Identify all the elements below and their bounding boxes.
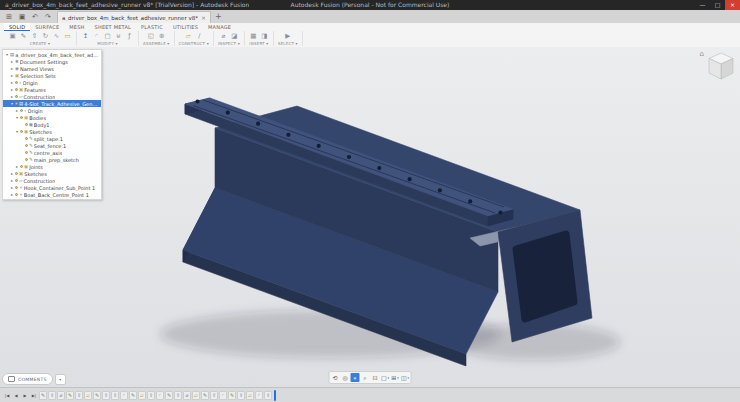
timeline-feature-7[interactable]: ✎ xyxy=(93,391,101,400)
timeline-feature-18[interactable]: ▱ xyxy=(192,391,200,400)
browser-item[interactable]: ▸⌖Origin xyxy=(3,79,101,86)
ribbon-group-label[interactable]: CONSTRUCT ▾ xyxy=(179,41,209,46)
new-component-icon[interactable]: ▣ xyxy=(8,31,17,40)
timeline-feature-21[interactable]: ◜ xyxy=(219,391,227,400)
application-grid-icon[interactable]: ⊞ xyxy=(4,12,14,22)
chevron-down-icon[interactable]: ▾ xyxy=(5,52,9,57)
browser-item[interactable]: ▾▤4-Slot_Track_Adhesive_Generator:1 xyxy=(3,100,101,107)
new-tab-button[interactable]: + xyxy=(215,10,222,23)
shell-icon[interactable]: ▢ xyxy=(103,31,112,40)
assemble-component-icon[interactable]: ◱ xyxy=(146,31,155,40)
ribbon-group-label[interactable]: INSERT ▾ xyxy=(249,41,268,46)
timeline-feature-24[interactable]: ▱ xyxy=(246,391,254,400)
browser-item[interactable]: ▾▤a_driver_box_4m_back_feet_adh… xyxy=(3,51,101,58)
step-back-icon[interactable]: ◀ xyxy=(12,393,20,398)
browser-item[interactable]: ✎Seat_fence:1 xyxy=(3,142,101,149)
chevron-right-icon[interactable]: ▸ xyxy=(10,80,14,85)
visibility-bulb-icon[interactable] xyxy=(25,151,28,154)
visibility-bulb-icon[interactable] xyxy=(15,81,18,84)
axis-icon[interactable]: ∕ xyxy=(195,31,204,40)
browser-item[interactable]: ▸▱Construction xyxy=(3,177,101,184)
chevron-right-icon[interactable]: ▸ xyxy=(10,192,14,197)
ribbon-tab-utilities[interactable]: UTILITIES xyxy=(168,23,203,31)
ribbon-tab-solid[interactable]: SOLID xyxy=(4,23,30,31)
pan-icon[interactable]: ⌖ xyxy=(351,373,360,382)
chevron-right-icon[interactable]: ▸ xyxy=(10,178,14,183)
combine-icon[interactable]: ⊎ xyxy=(114,31,123,40)
timeline-feature-6[interactable]: ▱ xyxy=(84,391,92,400)
timeline-feature-10[interactable]: ◜ xyxy=(120,391,128,400)
viewports-icon[interactable]: ◫▾ xyxy=(401,373,410,382)
redo-icon[interactable]: ↷ xyxy=(43,12,53,22)
zoom-icon[interactable]: ⌕ xyxy=(361,373,370,382)
timeline-feature-4[interactable]: ✎ xyxy=(66,391,74,400)
timeline-feature-13[interactable]: ⇧ xyxy=(147,391,155,400)
visibility-bulb-icon[interactable] xyxy=(15,179,18,182)
timeline-feature-25[interactable]: ◜ xyxy=(255,391,263,400)
browser-item[interactable]: ◼Body1 xyxy=(3,121,101,128)
fillet-icon[interactable]: ◜ xyxy=(92,31,101,40)
browser-item[interactable]: ▸✱Document Settings xyxy=(3,58,101,65)
browser-item[interactable]: ✎main_prep_sketch xyxy=(3,156,101,163)
look-at-icon[interactable]: ◎ xyxy=(341,373,350,382)
ribbon-tab-mesh[interactable]: MESH xyxy=(64,23,89,31)
visibility-bulb-icon[interactable] xyxy=(20,109,23,112)
timeline-feature-26[interactable]: ⇧ xyxy=(264,391,272,400)
visibility-bulb-icon[interactable] xyxy=(25,144,28,147)
viewcube-cube[interactable] xyxy=(706,50,736,84)
ribbon-tab-sheet-metal[interactable]: SHEET METAL xyxy=(90,23,136,31)
timeline-marker[interactable] xyxy=(274,390,276,401)
orbit-icon[interactable]: ⟲ xyxy=(331,373,340,382)
timeline-feature-17[interactable]: ⌀ xyxy=(183,391,191,400)
chevron-right-icon[interactable]: ▸ xyxy=(15,164,19,169)
timeline-feature-2[interactable]: ⇧ xyxy=(48,391,56,400)
ribbon-group-label[interactable]: INSPECT ▾ xyxy=(218,41,240,46)
visibility-bulb-icon[interactable] xyxy=(15,88,18,91)
chevron-right-icon[interactable]: ▸ xyxy=(10,59,14,64)
go-to-start-icon[interactable]: |◀ xyxy=(3,393,11,398)
timeline-feature-23[interactable]: ⇧ xyxy=(237,391,245,400)
visibility-bulb-icon[interactable] xyxy=(25,137,28,140)
visibility-bulb-icon[interactable] xyxy=(15,186,18,189)
undo-icon[interactable]: ↶ xyxy=(30,12,40,22)
ribbon-group-label[interactable]: MODIFY ▾ xyxy=(97,41,117,46)
save-icon[interactable]: ▣ xyxy=(17,12,27,22)
timeline-feature-9[interactable]: ⇧ xyxy=(111,391,119,400)
timeline-feature-20[interactable]: ⇧ xyxy=(210,391,218,400)
timeline-feature-3[interactable]: ⌀ xyxy=(57,391,65,400)
extrude-icon[interactable]: ⇧ xyxy=(30,31,39,40)
chevron-down-icon[interactable]: ▾ xyxy=(15,129,19,134)
press-pull-icon[interactable]: ↥ xyxy=(81,31,90,40)
chevron-right-icon[interactable]: ▸ xyxy=(10,171,14,176)
viewport-canvas[interactable] xyxy=(0,47,740,388)
timeline-feature-19[interactable]: ✎ xyxy=(201,391,209,400)
go-to-end-icon[interactable]: ▶| xyxy=(30,393,38,398)
section-analysis-icon[interactable]: ◪ xyxy=(230,31,239,40)
box-icon[interactable]: ▭ xyxy=(63,31,72,40)
document-tab[interactable]: a_driver_box_4m_back_feet_adhesive_runne… xyxy=(57,11,211,23)
chevron-right-icon[interactable]: ▸ xyxy=(10,87,14,92)
visibility-bulb-icon[interactable] xyxy=(15,172,18,175)
browser-item[interactable]: ✎split_tape:1 xyxy=(3,135,101,142)
visibility-bulb-icon[interactable] xyxy=(20,165,23,168)
browser-item[interactable]: ▸▣Features xyxy=(3,86,101,93)
chevron-right-icon[interactable]: ▸ xyxy=(10,185,14,190)
timeline-feature-1[interactable]: ✎ xyxy=(39,391,47,400)
ribbon-tab-plastic[interactable]: PLASTIC xyxy=(136,23,168,31)
chevron-down-icon[interactable]: ▾ xyxy=(15,115,19,120)
timeline-feature-15[interactable]: ✎ xyxy=(165,391,173,400)
decal-icon[interactable]: ◨ xyxy=(260,31,269,40)
visibility-bulb-icon[interactable] xyxy=(15,102,18,105)
timeline-feature-11[interactable]: ✎ xyxy=(129,391,137,400)
display-settings-icon[interactable]: ▢▾ xyxy=(381,373,390,382)
revolve-icon[interactable]: ↻ xyxy=(41,31,50,40)
minimize-button[interactable]: — xyxy=(695,0,710,10)
change-parameters-icon[interactable]: ƒ xyxy=(125,31,134,40)
timeline-feature-16[interactable]: ⇧ xyxy=(174,391,182,400)
ribbon-tab-manage[interactable]: MANAGE xyxy=(203,23,236,31)
close-tab-icon[interactable]: × xyxy=(201,14,206,21)
browser-item[interactable]: ▸⌖Origin xyxy=(3,107,101,114)
browser-item[interactable]: ▸+Hook_Container_Sub_Point 1 xyxy=(3,184,101,191)
comments-button[interactable]: COMMENTS xyxy=(2,373,53,385)
chevron-right-icon[interactable]: ▸ xyxy=(15,108,19,113)
